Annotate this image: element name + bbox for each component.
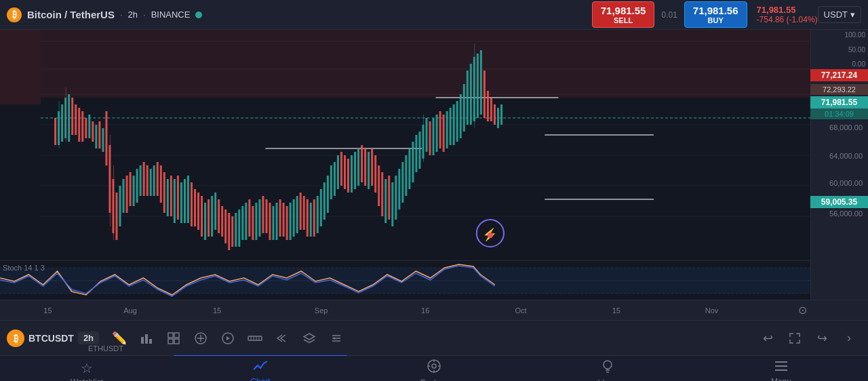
svg-rect-30: [108, 145, 111, 213]
svg-rect-82: [286, 206, 288, 240]
svg-rect-25: [92, 121, 94, 142]
buy-price: 71,981.56: [693, 5, 738, 16]
time-label-sep: Sep: [315, 306, 328, 315]
svg-rect-113: [391, 182, 393, 226]
svg-rect-88: [307, 199, 309, 237]
svg-rect-24: [88, 115, 90, 138]
time-label-aug: Aug: [123, 306, 137, 315]
svg-rect-89: [310, 203, 312, 237]
svg-rect-61: [214, 193, 216, 230]
chart-container: ⚡ 77,217.24 72,293.22 71,981.55 01:34:09…: [0, 30, 868, 300]
svg-rect-171: [248, 336, 262, 340]
svg-rect-59: [208, 199, 210, 237]
usdt-select[interactable]: USDT ▾: [818, 6, 861, 23]
svg-rect-60: [211, 196, 213, 237]
currency-selector[interactable]: USDT ▾: [818, 6, 861, 23]
svg-rect-41: [146, 165, 149, 196]
svg-rect-121: [418, 132, 420, 169]
svg-point-182: [432, 364, 436, 368]
svg-rect-66: [231, 216, 233, 247]
toolbar-pair-name[interactable]: BTCUSDT: [28, 333, 74, 344]
svg-point-180: [334, 337, 336, 339]
header-prices: 71,981.55 SELL 0.01 71,981.56 BUY 71,981…: [592, 1, 818, 28]
svg-rect-29: [105, 111, 107, 165]
rewind-button[interactable]: [270, 326, 294, 350]
svg-rect-85: [296, 196, 298, 233]
toolbar-interval[interactable]: 2h: [78, 332, 99, 344]
stoch-scale-mid: 50.00: [814, 46, 865, 54]
svg-rect-137: [473, 57, 475, 121]
svg-rect-94: [327, 176, 329, 213]
svg-rect-108: [374, 155, 376, 193]
svg-rect-72: [252, 206, 254, 240]
camera-icon[interactable]: ⊙: [798, 304, 807, 317]
interval-badge: 2h: [128, 9, 138, 20]
nav-menu[interactable]: Menu: [694, 356, 868, 381]
svg-rect-73: [255, 203, 257, 240]
svg-rect-83: [290, 203, 292, 240]
exchange-badge: BINANCE: [151, 9, 191, 20]
svg-rect-52: [184, 179, 186, 223]
nav-ideas[interactable]: Ideas: [521, 355, 694, 381]
svg-rect-91: [317, 196, 319, 233]
svg-rect-161: [145, 334, 148, 344]
svg-rect-54: [191, 182, 193, 226]
buy-button[interactable]: 71,981.56 BUY: [684, 1, 747, 28]
svg-rect-138: [477, 54, 479, 118]
btc-icon: ₿: [7, 7, 22, 22]
undo-button[interactable]: ↩: [755, 326, 780, 350]
more-button[interactable]: ›: [837, 326, 861, 350]
svg-rect-69: [241, 206, 243, 240]
live-dot: [195, 12, 202, 18]
svg-rect-38: [136, 169, 138, 203]
currency-label: USDT: [824, 9, 848, 20]
svg-rect-53: [187, 176, 189, 223]
time-label-15b: 15: [213, 306, 221, 315]
add-indicator-button[interactable]: [189, 326, 213, 350]
chart-svg-area[interactable]: ⚡: [41, 30, 810, 260]
layout-button[interactable]: [161, 326, 186, 350]
svg-rect-35: [126, 176, 128, 213]
svg-rect-78: [273, 206, 275, 240]
svg-rect-127: [439, 111, 441, 148]
svg-rect-118: [408, 148, 410, 189]
nav-explore[interactable]: Explore: [347, 355, 521, 381]
header: ₿ Bitcoin / TetherUS · 2h · BINANCE 71,9…: [0, 0, 868, 30]
svg-rect-131: [453, 104, 455, 145]
svg-rect-80: [279, 199, 281, 237]
svg-rect-126: [436, 115, 438, 152]
change-info: -754.86 (-1.04%): [757, 15, 818, 24]
chart-type-button[interactable]: [134, 326, 159, 350]
bottom-toolbar: ₿ BTCUSDT 2h ✏️: [0, 320, 868, 355]
svg-rect-77: [269, 203, 271, 240]
second-pair-label: ETHUSDT: [88, 344, 123, 353]
svg-rect-17: [64, 98, 66, 138]
sell-button[interactable]: 71,981.55 SELL: [592, 1, 655, 28]
replay-button[interactable]: [216, 326, 240, 350]
svg-rect-74: [258, 199, 260, 237]
svg-rect-58: [204, 203, 206, 240]
layers-button[interactable]: [297, 326, 321, 350]
nav-chart[interactable]: Chart: [174, 355, 347, 381]
price-box-low: 59,005.35: [810, 196, 868, 208]
svg-rect-110: [381, 172, 383, 216]
price-box-current-time: 01:34:09: [810, 108, 868, 119]
filter-button[interactable]: [324, 326, 349, 350]
svg-rect-102: [354, 152, 356, 189]
svg-rect-43: [153, 165, 155, 196]
svg-rect-42: [150, 169, 152, 196]
fullscreen-button[interactable]: [783, 326, 807, 350]
price-label-60k: 60,000.00: [829, 179, 865, 187]
ideas-icon: [600, 359, 615, 377]
svg-rect-114: [395, 176, 397, 220]
svg-rect-124: [429, 121, 431, 155]
svg-rect-163: [168, 333, 173, 338]
nav-watchlist[interactable]: ☆ Watchlist: [0, 356, 174, 382]
price-box-current: 71,981.55: [810, 96, 868, 108]
redo-button[interactable]: ↪: [810, 326, 834, 350]
svg-rect-101: [351, 155, 353, 193]
chart-icon: [253, 360, 268, 376]
svg-rect-50: [177, 176, 179, 220]
measure-button[interactable]: [243, 326, 267, 350]
svg-rect-162: [149, 339, 152, 344]
